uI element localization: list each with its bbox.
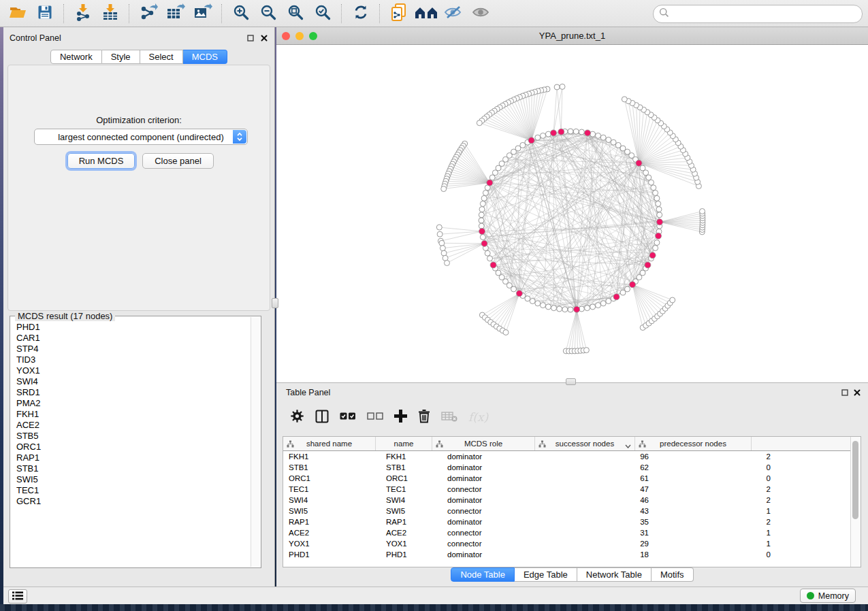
mcds-result-item[interactable]: PHD1	[12, 322, 250, 333]
column-header-shared-name[interactable]: shared name	[283, 437, 376, 450]
export-table-button[interactable]	[163, 2, 188, 25]
tab-edge-table[interactable]: Edge Table	[515, 567, 577, 582]
import-network-button[interactable]	[71, 2, 95, 25]
table-row[interactable]: FKH1FKH1dominator962	[283, 451, 861, 462]
mcds-result-item[interactable]: SRD1	[12, 387, 250, 398]
import-table-button[interactable]	[98, 2, 123, 25]
column-header-name[interactable]: name	[376, 437, 432, 450]
table-row[interactable]: ACE2ACE2connector311	[283, 527, 861, 538]
criterion-dropdown[interactable]: largest connected component (undirected)	[34, 129, 248, 145]
sort-chevron-icon[interactable]	[625, 442, 631, 450]
column-header-predecessor-nodes[interactable]: predecessor nodes	[635, 437, 752, 450]
table-cell: 31	[549, 529, 655, 537]
table-scrollbar[interactable]	[850, 437, 861, 567]
table-row[interactable]: ORC1ORC1dominator610	[283, 473, 861, 484]
table-settings-button[interactable]	[290, 408, 304, 427]
table-scrollbar-thumb[interactable]	[852, 441, 858, 519]
horizontal-splitter-grip[interactable]	[566, 378, 576, 385]
mcds-tab-content: Optimization criterion: largest connecte…	[7, 65, 270, 311]
show-all-button[interactable]	[468, 2, 493, 25]
checked-boxes-icon	[340, 412, 356, 423]
table-cell: RAP1	[283, 518, 381, 526]
shared-column-icon	[539, 440, 546, 449]
mcds-result-item[interactable]: ACE2	[12, 420, 250, 431]
table-row[interactable]: SWI4SWI4dominator462	[283, 495, 861, 506]
tab-network[interactable]: Network	[50, 50, 102, 64]
export-network-button[interactable]	[136, 2, 161, 25]
plus-icon	[394, 410, 407, 425]
network-graph[interactable]	[276, 45, 868, 381]
table-row[interactable]: YOX1YOX1connector291	[283, 538, 861, 549]
vertical-splitter-grip[interactable]	[272, 298, 278, 308]
mcds-result-item[interactable]: TID3	[12, 354, 250, 365]
shared-column-icon	[287, 440, 294, 449]
first-neighbors-button[interactable]	[414, 2, 438, 25]
function-builder-button[interactable]: f(x)	[468, 408, 488, 427]
run-mcds-button[interactable]: Run MCDS	[67, 153, 135, 169]
table-cell: 61	[549, 474, 655, 482]
show-columns-button[interactable]	[315, 408, 329, 427]
tab-motifs[interactable]: Motifs	[652, 567, 694, 582]
copy-network-button[interactable]	[387, 2, 411, 25]
mcds-result-item[interactable]: PMA2	[12, 398, 250, 409]
table-cell: TEC1	[381, 485, 442, 493]
zoom-fit-button[interactable]	[283, 2, 308, 25]
column-header-mcds-role[interactable]: MCDS role	[432, 437, 535, 450]
open-session-button[interactable]	[5, 2, 30, 25]
task-history-button[interactable]	[8, 589, 27, 604]
refresh-view-button[interactable]	[349, 2, 373, 25]
table-row[interactable]: PHD1PHD1dominator180	[283, 549, 861, 560]
hide-selected-button[interactable]	[441, 2, 466, 25]
import-network-icon	[74, 3, 92, 23]
add-column-button[interactable]	[394, 408, 407, 427]
export-image-button[interactable]	[191, 2, 215, 25]
table-cell: 2	[655, 485, 777, 493]
table-cell: 1	[655, 507, 777, 515]
export-image-icon	[193, 3, 212, 23]
tab-node-table[interactable]: Node Table	[451, 567, 515, 582]
table-cell: 96	[549, 452, 655, 461]
mcds-result-item[interactable]: ORC1	[12, 442, 250, 452]
mcds-result-item[interactable]: STP4	[12, 344, 250, 354]
table-row[interactable]: TEC1TEC1connector472	[283, 484, 861, 495]
mcds-result-item[interactable]: FKH1	[12, 409, 250, 420]
select-all-rows-button[interactable]	[340, 408, 356, 427]
mcds-result-item[interactable]: CAR1	[12, 333, 250, 344]
float-panel-icon[interactable]	[246, 33, 255, 43]
float-table-panel-icon[interactable]	[840, 388, 850, 397]
table-cell: connector	[442, 529, 549, 537]
deselect-all-rows-button[interactable]	[367, 408, 383, 427]
mcds-result-list[interactable]: PHD1CAR1STP4TID3YOX1SWI4SRD1PMA2FKH1ACE2…	[12, 322, 250, 565]
tab-network-table[interactable]: Network Table	[577, 567, 652, 582]
mcds-result-item[interactable]: STB5	[12, 431, 250, 442]
close-panel-button[interactable]: Close panel	[142, 153, 214, 169]
mcds-list-scrollbar[interactable]	[251, 317, 260, 567]
close-table-panel-icon[interactable]	[852, 388, 862, 397]
unchecked-boxes-icon	[367, 412, 383, 423]
search-input[interactable]	[669, 7, 862, 22]
mcds-result-item[interactable]: RAP1	[12, 452, 250, 463]
zoom-in-button[interactable]	[229, 2, 253, 25]
delete-column-button[interactable]	[418, 408, 430, 427]
table-row[interactable]: STB1STB1dominator620	[283, 462, 861, 473]
close-panel-icon[interactable]	[259, 33, 269, 43]
tab-mcds[interactable]: MCDS	[183, 50, 227, 64]
mcds-result-item[interactable]: YOX1	[12, 365, 250, 376]
save-session-button[interactable]	[33, 2, 57, 25]
zoom-out-button[interactable]	[256, 2, 280, 25]
columns-icon	[315, 410, 329, 425]
tab-style[interactable]: Style	[102, 50, 140, 64]
mcds-result-item[interactable]: SWI5	[12, 474, 250, 485]
mcds-result-item[interactable]: SWI4	[12, 376, 250, 387]
table-row[interactable]: RAP1RAP1dominator352	[283, 516, 861, 527]
mcds-result-item[interactable]: TEC1	[12, 485, 250, 496]
tab-select[interactable]: Select	[140, 50, 183, 64]
zoom-selected-button[interactable]	[310, 2, 335, 25]
mcds-result-item[interactable]: STB1	[12, 463, 250, 474]
table-row[interactable]: SWI5SWI5connector431	[283, 506, 861, 516]
memory-button[interactable]: Memory	[800, 589, 856, 603]
zoom-selected-icon	[315, 4, 332, 23]
mcds-result-item[interactable]: GCR1	[12, 496, 250, 507]
delete-table-button[interactable]	[441, 408, 457, 427]
column-header-successor-nodes[interactable]: successor nodes	[535, 437, 635, 450]
